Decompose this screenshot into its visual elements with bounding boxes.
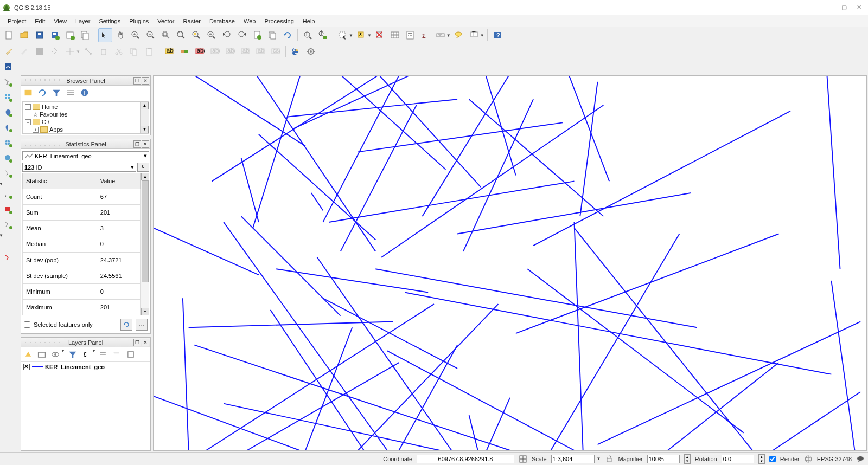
zoom-full-button[interactable] bbox=[174, 28, 188, 42]
layer-visibility-checkbox[interactable] bbox=[23, 364, 30, 370]
maptips-button[interactable] bbox=[452, 28, 466, 42]
deselect-button[interactable] bbox=[373, 28, 387, 42]
crs-icon[interactable] bbox=[804, 455, 813, 463]
stats-field-combo[interactable]: 123 ID ▾ bbox=[22, 163, 136, 172]
menu-layer[interactable]: Layer bbox=[71, 17, 95, 25]
zoom-native-button[interactable] bbox=[159, 28, 173, 42]
plugin-button[interactable] bbox=[2, 61, 14, 73]
save-layer-button[interactable] bbox=[33, 44, 47, 59]
add-raster-button[interactable] bbox=[1, 91, 15, 105]
magnifier-input[interactable] bbox=[647, 455, 680, 463]
label-change-button[interactable]: csw bbox=[269, 44, 283, 59]
add-virtual-button[interactable] bbox=[1, 218, 15, 232]
layer-item[interactable]: KER_Lineament_geo bbox=[21, 362, 150, 372]
select-expression-button[interactable]: ε bbox=[354, 28, 368, 42]
layers-add-group-button[interactable] bbox=[36, 348, 48, 360]
stats-menu-button[interactable]: … bbox=[136, 319, 148, 331]
add-wms-button[interactable] bbox=[1, 136, 15, 150]
layers-style-button[interactable] bbox=[22, 348, 34, 360]
layers-expression-button[interactable]: ε bbox=[80, 348, 92, 360]
zoom-next-button[interactable] bbox=[235, 28, 249, 42]
menu-raster[interactable]: Raster bbox=[178, 17, 205, 25]
identify-button[interactable]: i bbox=[301, 28, 315, 42]
field-calculator-button[interactable] bbox=[403, 28, 417, 42]
rotation-spinner[interactable]: ▲▼ bbox=[758, 454, 765, 464]
layers-close-button[interactable]: ✕ bbox=[142, 339, 149, 346]
processing-toolbox-button[interactable] bbox=[304, 44, 318, 59]
selected-only-checkbox[interactable] bbox=[24, 321, 30, 328]
menu-vector[interactable]: Vector bbox=[153, 17, 178, 25]
layers-filter-button[interactable] bbox=[67, 348, 79, 360]
zoom-layer-button[interactable] bbox=[205, 28, 219, 42]
add-mssql-button[interactable] bbox=[1, 203, 15, 217]
new-project-button[interactable] bbox=[2, 28, 16, 42]
menu-view[interactable]: View bbox=[49, 17, 71, 25]
menu-processing[interactable]: Processing bbox=[260, 17, 298, 25]
browser-refresh-button[interactable] bbox=[36, 87, 48, 99]
print-composer-button[interactable] bbox=[63, 28, 77, 42]
browser-filter-button[interactable] bbox=[50, 87, 62, 99]
layers-visibility-button[interactable] bbox=[49, 348, 61, 360]
menu-help[interactable]: Help bbox=[298, 17, 320, 25]
move-feature-button[interactable] bbox=[63, 44, 77, 59]
browser-tree[interactable]: +Home ☆Favourites –C:/ +Apps +Dell ▲▼ bbox=[22, 101, 149, 134]
close-button[interactable]: ✕ bbox=[857, 4, 861, 11]
add-spatialite-button[interactable] bbox=[1, 121, 15, 135]
browser-scroll-down[interactable]: ▼ bbox=[141, 126, 149, 133]
pan-button[interactable] bbox=[98, 28, 112, 42]
virtual-layer-button[interactable] bbox=[1, 251, 15, 265]
coordinate-input[interactable] bbox=[417, 455, 514, 463]
add-delimited-button[interactable]: , bbox=[1, 188, 15, 202]
label-move-button[interactable]: abc bbox=[238, 44, 252, 59]
lock-icon[interactable] bbox=[605, 455, 614, 463]
zoom-out-button[interactable] bbox=[144, 28, 158, 42]
add-wcs-button[interactable] bbox=[1, 151, 15, 165]
add-postgis-button[interactable] bbox=[1, 106, 15, 120]
composer-manager-button[interactable] bbox=[78, 28, 92, 42]
save-edits-button[interactable] bbox=[17, 44, 31, 59]
bookmarks-button[interactable] bbox=[265, 28, 279, 42]
open-project-button[interactable] bbox=[17, 28, 31, 42]
menu-edit[interactable]: Edit bbox=[30, 17, 49, 25]
render-checkbox[interactable] bbox=[769, 456, 776, 462]
menu-database[interactable]: Database bbox=[205, 17, 239, 25]
measure-button[interactable] bbox=[433, 28, 448, 42]
browser-scroll-up[interactable]: ▲ bbox=[141, 102, 149, 109]
zoom-last-button[interactable] bbox=[220, 28, 234, 42]
add-vector-button[interactable] bbox=[1, 75, 15, 89]
new-bookmark-button[interactable] bbox=[250, 28, 264, 42]
annotation-button[interactable]: T bbox=[467, 28, 481, 42]
stats-expression-button[interactable]: ε bbox=[137, 163, 149, 172]
maximize-button[interactable]: ▢ bbox=[841, 4, 847, 11]
stats-close-button[interactable]: ✕ bbox=[142, 140, 149, 148]
save-project-button[interactable] bbox=[33, 28, 47, 42]
browser-close-button[interactable]: ✕ bbox=[142, 77, 149, 85]
browser-collapse-button[interactable] bbox=[65, 87, 76, 99]
zoom-selection-button[interactable] bbox=[189, 28, 203, 42]
help-button[interactable]: ? bbox=[490, 28, 505, 42]
magnifier-spinner[interactable]: ▲▼ bbox=[684, 454, 691, 464]
browser-add-button[interactable] bbox=[22, 87, 34, 99]
select-features-button[interactable] bbox=[336, 28, 350, 42]
delete-button[interactable] bbox=[97, 44, 111, 59]
menu-web[interactable]: Web bbox=[239, 17, 260, 25]
stats-undock-button[interactable]: ❐ bbox=[133, 140, 141, 148]
rotation-input[interactable] bbox=[722, 455, 754, 463]
menu-project[interactable]: Project bbox=[3, 17, 30, 25]
copy-button[interactable] bbox=[127, 44, 141, 59]
stats-refresh-button[interactable] bbox=[120, 319, 132, 331]
identify-dropdown-button[interactable]: i bbox=[316, 28, 330, 42]
menu-settings[interactable]: Settings bbox=[94, 17, 125, 25]
label-show-button[interactable]: abc bbox=[223, 44, 237, 59]
layers-collapse-button[interactable] bbox=[111, 348, 123, 360]
layers-expand-button[interactable] bbox=[98, 348, 110, 360]
layers-remove-button[interactable] bbox=[125, 348, 137, 360]
scale-input[interactable] bbox=[551, 455, 595, 463]
layer-labeling-button[interactable] bbox=[177, 44, 192, 59]
label-pin-button[interactable]: abc bbox=[208, 44, 222, 59]
toggle-editing-button[interactable] bbox=[2, 44, 16, 59]
attribute-table-button[interactable] bbox=[388, 28, 402, 42]
label-tool-button[interactable]: abc bbox=[162, 44, 176, 59]
stats-scrollbar[interactable]: ▲▼ bbox=[141, 173, 149, 315]
zoom-in-button[interactable] bbox=[129, 28, 143, 42]
